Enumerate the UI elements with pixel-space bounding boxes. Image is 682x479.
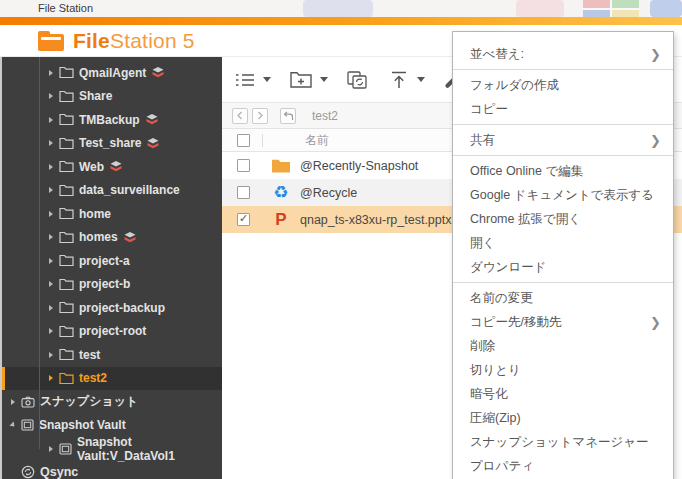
context-menu-item-sort[interactable]: 並べ替え:❯: [453, 42, 673, 66]
context-menu-item-create-folder[interactable]: フォルダの作成: [453, 73, 673, 97]
back-button[interactable]: [232, 108, 248, 124]
sidebar-item-project-b[interactable]: project-b: [2, 273, 222, 297]
context-menu-item-properties[interactable]: プロパティ: [453, 454, 673, 478]
sidebar-item-test-share[interactable]: Test_share: [2, 132, 222, 156]
sidebar-item-homes[interactable]: homes: [2, 226, 222, 250]
copy-button[interactable]: [344, 68, 370, 92]
select-all-checkbox[interactable]: [237, 134, 250, 147]
tree-collapse-icon[interactable]: [46, 117, 56, 123]
sidebar-item-share[interactable]: Share: [2, 85, 222, 109]
menu-item-label: 並べ替え:: [470, 46, 650, 63]
tree-collapse-icon[interactable]: [46, 164, 56, 170]
menu-item-label: 暗号化: [470, 386, 661, 403]
menu-item-label: Google ドキュメントで表示する: [470, 187, 661, 204]
context-menu-item-snapshot-manager[interactable]: スナップショットマネージャー: [453, 430, 673, 454]
tree-collapse-icon[interactable]: [46, 211, 56, 217]
sidebar-item-label: project-b: [79, 277, 130, 291]
list-view-icon: [232, 69, 258, 91]
submenu-chevron-icon: ❯: [650, 315, 661, 330]
sidebar-item-label: Snapshot Vault: [39, 418, 126, 432]
file-station-window: File Station FileStation 5 QmailAgentSha…: [0, 0, 682, 479]
context-menu-item-delete[interactable]: 削除: [453, 334, 673, 358]
tree-collapse-icon[interactable]: [46, 328, 56, 334]
context-menu-item-chrome-extension-open[interactable]: Chrome 拡張で開く: [453, 207, 673, 231]
recycle-icon: ♻: [262, 184, 300, 201]
sidebar-item-label: data_surveillance: [79, 183, 180, 197]
chevron-down-icon[interactable]: [263, 77, 271, 82]
sidebar-item-label: project-root: [79, 324, 146, 338]
upload-button[interactable]: [386, 68, 425, 92]
sidebar-item-snapshot[interactable]: スナップショット: [2, 390, 222, 414]
forward-button[interactable]: [252, 108, 268, 124]
context-menu-item-share[interactable]: 共有❯: [453, 128, 673, 152]
sidebar-item-test[interactable]: test: [2, 343, 222, 367]
pptx-icon: P: [262, 211, 300, 228]
qsync-icon: [21, 465, 35, 479]
tree-collapse-icon[interactable]: [46, 446, 56, 452]
sidebar-item-project-a[interactable]: project-a: [2, 249, 222, 273]
sidebar-item-home[interactable]: home: [2, 202, 222, 226]
sidebar-item-web[interactable]: Web: [2, 155, 222, 179]
sidebar-item-project-root[interactable]: project-root: [2, 320, 222, 344]
sidebar-item-data-surveillance[interactable]: data_surveillance: [2, 179, 222, 203]
view-mode-button[interactable]: [232, 69, 271, 91]
context-menu-item-copy[interactable]: コピー: [453, 97, 673, 121]
file-name: @Recycle: [300, 186, 357, 200]
menu-item-label: 共有: [470, 132, 650, 149]
context-menu-item-copy-move-to[interactable]: コピー先/移動先❯: [453, 310, 673, 334]
tree-collapse-icon[interactable]: [46, 352, 56, 358]
tree-collapse-icon[interactable]: [8, 399, 18, 405]
context-menu-item-office-online-edit[interactable]: Office Online で編集: [453, 159, 673, 183]
sidebar-item-tmbackup[interactable]: TMBackup: [2, 108, 222, 132]
sidebar-item-label: Web: [79, 160, 104, 174]
sidebar-item-label: homes: [79, 230, 118, 244]
folder-icon: [59, 184, 74, 197]
sidebar-item-snapshot-vault-v-datavol1[interactable]: Snapshot Vault:V_DataVol1: [2, 437, 222, 461]
chevron-down-icon[interactable]: [320, 77, 328, 82]
chevron-down-icon[interactable]: [417, 77, 425, 82]
folder-icon: [59, 113, 74, 126]
sidebar-item-label: スナップショット: [40, 393, 138, 410]
tree-collapse-icon[interactable]: [46, 305, 56, 311]
context-menu-item-google-docs-view[interactable]: Google ドキュメントで表示する: [453, 183, 673, 207]
go-up-button[interactable]: [280, 108, 296, 124]
context-menu-item-rename[interactable]: 名前の変更: [453, 286, 673, 310]
tree-collapse-icon[interactable]: [46, 140, 56, 146]
menu-item-label: スナップショットマネージャー: [470, 434, 661, 451]
tree-collapse-icon[interactable]: [46, 93, 56, 99]
sidebar-item-snapshot-vault[interactable]: Snapshot Vault: [2, 414, 222, 438]
tree-expand-icon[interactable]: [8, 422, 18, 428]
tree-collapse-icon[interactable]: [46, 258, 56, 264]
context-menu-item-open[interactable]: 開く: [453, 231, 673, 255]
row-checkbox[interactable]: [237, 213, 250, 226]
breadcrumb-path[interactable]: test2: [312, 109, 338, 123]
tree-collapse-icon[interactable]: [46, 375, 56, 381]
row-checkbox[interactable]: [237, 186, 250, 199]
snapshot-badge-icon: [147, 138, 159, 149]
context-menu-item-zip[interactable]: 圧縮(Zip): [453, 406, 673, 430]
folder-icon: [59, 348, 74, 361]
sidebar-item-qsync[interactable]: Qsync: [2, 461, 222, 479]
folder-icon: [59, 278, 74, 291]
camera-icon: [21, 396, 35, 408]
create-folder-button[interactable]: [287, 68, 328, 91]
sidebar-item-project-backup[interactable]: project-backup: [2, 296, 222, 320]
tree-collapse-icon[interactable]: [46, 187, 56, 193]
return-arrow-icon: [283, 111, 294, 121]
context-menu-item-cut[interactable]: 切りとり: [453, 358, 673, 382]
row-checkbox[interactable]: [237, 159, 250, 172]
sidebar-item-qmailagent[interactable]: QmailAgent: [2, 61, 222, 85]
context-menu-item-encrypt[interactable]: 暗号化: [453, 382, 673, 406]
name-column-header[interactable]: 名前: [263, 132, 329, 149]
snapshot-badge-icon: [110, 161, 122, 172]
folder-icon: [59, 301, 74, 314]
tree-collapse-icon[interactable]: [46, 234, 56, 240]
tree-collapse-icon[interactable]: [46, 70, 56, 76]
folder-icon: [59, 207, 74, 220]
snapshot-badge-icon: [124, 232, 136, 243]
tree-collapse-icon[interactable]: [46, 281, 56, 287]
sidebar-item-test2[interactable]: test2: [2, 367, 222, 391]
context-menu-item-download[interactable]: ダウンロード: [453, 255, 673, 279]
file-name: @Recently-Snapshot: [300, 159, 418, 173]
window-title: File Station: [38, 2, 93, 14]
